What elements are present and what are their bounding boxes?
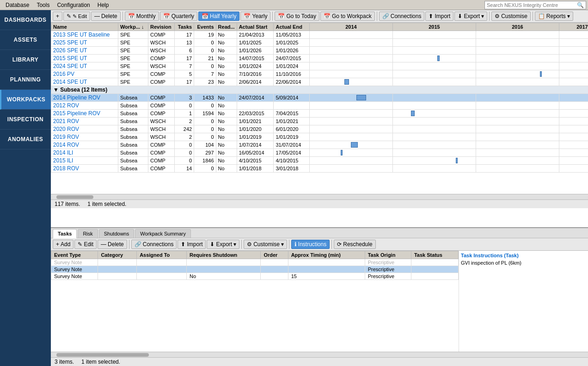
row-name-link[interactable]: 2026 SPE UT	[53, 47, 87, 54]
panel-reschedule-button[interactable]: ⟳ Reschedule	[334, 240, 375, 249]
table-group-row[interactable]: ▼ Subsea (12 Items)	[51, 86, 588, 94]
panel-import-label: Import	[187, 241, 202, 248]
panel-scrollbar-thumb[interactable]	[56, 353, 149, 357]
table-row[interactable]: 2014 ILISubseaCOMP0297No16/05/201417/05/…	[51, 149, 588, 157]
table-cell: COMP	[148, 70, 174, 78]
import-button[interactable]: ⬆ Import	[425, 12, 453, 21]
panel-table-cell	[137, 266, 187, 273]
menu-database[interactable]: Database	[2, 1, 33, 9]
row-name-link[interactable]: 2019 ROV	[53, 134, 79, 140]
menu-configuration[interactable]: Configuration	[53, 1, 93, 9]
row-name-link[interactable]: 2015 SPE UT	[53, 55, 87, 62]
row-name-link[interactable]: 2014 ROV	[53, 142, 79, 148]
table-row[interactable]: 2018 ROVSubseaCOMP140No1/01/20183/01/201…	[51, 165, 588, 173]
export-button[interactable]: ⬇ Export ▾	[454, 12, 487, 21]
table-row[interactable]: 2014 SPE UTSPECOMP1723No2/06/201422/06/2…	[51, 78, 588, 86]
tab-workpack-summary[interactable]: Workpack Summary	[135, 229, 191, 238]
panel-import-button[interactable]: ⬆ Import	[178, 240, 206, 249]
table-row[interactable]: 2026 SPE UTSPEWSCH60No1/01/20261/01/2026	[51, 47, 588, 55]
table-row[interactable]: 2014 Pipeline ROVSubseaCOMP31433No24/07/…	[51, 94, 588, 102]
panel-col-requires-shutdown: Requires Shutdown	[187, 251, 261, 259]
panel-scrollbar[interactable]	[51, 352, 588, 357]
search-input[interactable]	[487, 2, 577, 8]
main-scrollbar-thumb[interactable]	[56, 195, 93, 199]
panel-left[interactable]: Event Type Category Assigned To Requires…	[51, 251, 459, 352]
connections-button[interactable]: 🔗 Connections	[379, 12, 425, 21]
customise-button[interactable]: ⚙ Customise	[491, 12, 531, 21]
row-name-link[interactable]: 2021 ROV	[53, 118, 79, 124]
go-today-button[interactable]: 📅 Go to Today	[275, 12, 319, 21]
yearly-button[interactable]: 📅 Yearly	[240, 12, 270, 21]
sep3	[377, 12, 377, 21]
edit-button[interactable]: ✎ ✎ Edit	[63, 12, 90, 21]
panel-customise-button[interactable]: ⚙ Customise ▾	[244, 240, 287, 249]
row-name-link[interactable]: 2016 PV	[53, 71, 74, 77]
row-name-link[interactable]: 2014 SPE UT	[53, 79, 87, 85]
row-name-link[interactable]: 2014 Pipeline ROV	[53, 94, 100, 101]
tab-tasks[interactable]: Tasks	[53, 229, 77, 238]
delete-button[interactable]: — Delete	[91, 12, 121, 21]
tab-risk[interactable]: Risk	[78, 229, 98, 238]
row-name-link[interactable]: 2024 SPE UT	[53, 63, 87, 69]
panel-table-row[interactable]: Survey NoteNo15Prescriptive	[51, 273, 459, 280]
table-row[interactable]: 2024 SPE UTSPEWSCH70No1/01/20241/01/2024	[51, 62, 588, 70]
table-row[interactable]: 2013 SPE UT BaselineSPECOMP1719No21/04/2…	[51, 31, 588, 39]
menu-help[interactable]: Help	[94, 1, 113, 9]
panel-delete-button[interactable]: — Delete	[98, 240, 127, 249]
go-workpack-button[interactable]: 📅 Go to Workpack	[320, 12, 375, 21]
main-scrollbar[interactable]	[51, 194, 588, 199]
panel-table-row[interactable]: Survey NotePrescriptive	[51, 266, 459, 273]
row-name-link[interactable]: 2018 ROV	[53, 165, 79, 172]
panel-table-cell	[98, 273, 137, 280]
reports-button[interactable]: 📋 Reports ▾	[535, 12, 573, 21]
table-cell: 6/01/2020	[274, 125, 309, 133]
row-name-link[interactable]: 2025 SPE UT	[53, 39, 87, 46]
sidebar-item-dashboards[interactable]: DASHBOARDS	[0, 10, 51, 30]
row-name-link[interactable]: 2014 ILI	[53, 149, 73, 156]
row-name-link[interactable]: 2013 SPE UT Baseline	[53, 31, 110, 38]
table-cell: 21	[194, 55, 216, 62]
row-name-link[interactable]: 2020 ROV	[53, 126, 79, 132]
table-cell: No	[216, 125, 237, 133]
sidebar-item-workpacks[interactable]: WORKPACKS	[0, 90, 51, 110]
table-cell: 17	[175, 31, 194, 39]
table-row[interactable]: 2019 ROVSubseaWSCH20No1/01/20191/01/2019	[51, 133, 588, 141]
table-row[interactable]: 2015 SPE UTSPECOMP1721No14/07/201524/07/…	[51, 55, 588, 62]
panel-connections-button[interactable]: 🔗 Connections	[131, 240, 177, 249]
main-table-container[interactable]: Name Workp... ↓ Revision Tasks Events Re…	[51, 23, 588, 194]
table-row[interactable]: 2014 ROVSubseaCOMP0104No1/07/201431/07/2…	[51, 141, 588, 149]
panel-edit-button[interactable]: ✎ Edit	[74, 240, 97, 249]
sidebar-item-inspection[interactable]: INSPECTION	[0, 110, 51, 130]
sidebar-item-assets[interactable]: ASSETS	[0, 30, 51, 50]
table-row[interactable]: 2016 PVSPECOMP57No7/10/201611/10/2016	[51, 70, 588, 78]
menu-tools[interactable]: Tools	[33, 1, 53, 9]
table-cell: WSCH	[148, 62, 174, 70]
panel-instructions-button[interactable]: ℹ Instructions	[291, 240, 330, 249]
table-cell: Subsea	[118, 157, 148, 165]
half-yearly-button[interactable]: 📅 Half Yearly	[198, 12, 239, 21]
table-row[interactable]: 2021 ROVSubseaWSCH20No1/01/20211/01/2021	[51, 118, 588, 125]
add-button[interactable]: +	[53, 12, 62, 21]
table-row[interactable]: 2012 ROVSubseaCOMP00No	[51, 102, 588, 110]
table-cell: 1846	[194, 157, 216, 165]
sep1	[122, 12, 123, 21]
sidebar-item-anomalies[interactable]: ANOMALIES	[0, 130, 51, 149]
panel-add-button[interactable]: + Add	[53, 240, 74, 249]
row-name-link[interactable]: 2015 Pipeline ROV	[53, 110, 100, 117]
monthly-button[interactable]: 📅 Monthly	[125, 12, 159, 21]
table-row[interactable]: 2025 SPE UTSPEWSCH130No1/01/20251/01/202…	[51, 39, 588, 47]
table-cell: 104	[194, 141, 216, 149]
quarterly-button[interactable]: 📅 Quarterly	[160, 12, 197, 21]
table-row[interactable]: 2020 ROVSubseaWSCH2420No1/01/20206/01/20…	[51, 125, 588, 133]
delete-label: Delete	[101, 13, 117, 19]
panel-table-row[interactable]: Survey NotePrescriptive	[51, 259, 459, 266]
table-row[interactable]: 2015 Pipeline ROVSubseaCOMP11594No22/03/…	[51, 110, 588, 118]
table-row[interactable]: 2015 ILISubseaCOMP01846No4/10/20154/10/2…	[51, 157, 588, 165]
row-name-link[interactable]: 2012 ROV	[53, 102, 79, 109]
row-name-link[interactable]: 2015 ILI	[53, 157, 73, 164]
sidebar-item-planning[interactable]: PLANNING	[0, 70, 51, 90]
tab-shutdowns[interactable]: Shutdowns	[99, 229, 134, 238]
sidebar-item-library[interactable]: LIBRARY	[0, 50, 51, 70]
table-cell: 4/10/2015	[237, 157, 274, 165]
panel-export-button[interactable]: ⬇ Export ▾	[207, 240, 239, 249]
